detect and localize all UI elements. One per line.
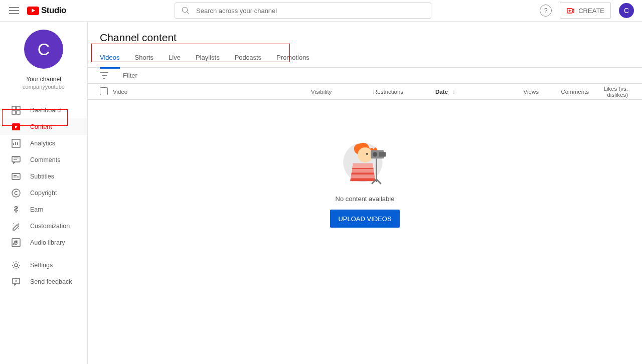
sidebar-item-label: Earn xyxy=(30,206,43,213)
svg-point-15 xyxy=(15,264,18,267)
sidebar-item-dashboard[interactable]: Dashboard xyxy=(0,102,87,118)
tab-shorts[interactable]: Shorts xyxy=(135,54,154,67)
content-tabs: VideosShortsLivePlaylistsPodcastsPromoti… xyxy=(88,44,642,68)
settings-icon xyxy=(11,260,21,270)
table-header: Video Visibility Restrictions Date ↓ Vie… xyxy=(88,84,642,100)
sidebar-item-label: Analytics xyxy=(30,140,55,147)
sidebar-item-comments[interactable]: Comments xyxy=(0,151,87,168)
tab-live[interactable]: Live xyxy=(169,54,181,67)
column-views[interactable]: Views xyxy=(509,89,539,95)
sidebar-item-content[interactable]: Content xyxy=(0,118,87,135)
tab-promotions[interactable]: Promotions xyxy=(276,54,309,67)
sidebar-item-analytics[interactable]: Analytics xyxy=(0,135,87,151)
filter-bar xyxy=(88,68,642,84)
sidebar-item-label: Customization xyxy=(30,223,70,230)
upload-videos-button[interactable]: UPLOAD VIDEOS xyxy=(330,210,399,228)
youtube-icon xyxy=(27,7,39,15)
sidebar-item-send-feedback[interactable]: Send feedback xyxy=(0,273,87,290)
sidebar-item-label: Comments xyxy=(30,156,60,163)
filter-input[interactable] xyxy=(123,72,207,79)
channel-avatar[interactable]: C xyxy=(24,30,63,69)
sidebar-item-subtitles[interactable]: Subtitles xyxy=(0,168,87,185)
svg-point-0 xyxy=(182,7,188,13)
help-icon[interactable]: ? xyxy=(540,5,552,17)
svg-point-12 xyxy=(18,228,19,229)
sidebar: C Your channel companyyoutube DashboardC… xyxy=(0,22,88,364)
filter-icon[interactable] xyxy=(100,72,109,79)
svg-rect-10 xyxy=(12,173,20,179)
audio-library-icon xyxy=(11,238,21,248)
earn-icon xyxy=(11,205,21,215)
channel-handle: companyyoutube xyxy=(23,84,65,90)
empty-state: No content available UPLOAD VIDEOS xyxy=(88,135,642,228)
logo-text: Studio xyxy=(41,6,66,16)
channel-profile: C Your channel companyyoutube xyxy=(0,22,87,96)
page-title: Channel content xyxy=(88,22,642,44)
svg-line-1 xyxy=(187,12,189,14)
copyright-icon xyxy=(11,188,21,198)
svg-rect-3 xyxy=(12,106,16,110)
svg-line-27 xyxy=(376,179,381,184)
svg-rect-22 xyxy=(372,152,377,156)
sidebar-item-label: Send feedback xyxy=(30,278,72,285)
comments-icon xyxy=(11,155,21,165)
svg-rect-6 xyxy=(17,111,20,114)
column-video[interactable]: Video xyxy=(113,89,311,95)
sidebar-item-earn[interactable]: Earn xyxy=(0,201,87,218)
app-header: Studio ? CREATE C xyxy=(0,0,642,22)
tab-podcasts[interactable]: Podcasts xyxy=(235,54,261,67)
send-feedback-icon xyxy=(11,277,21,287)
search-icon xyxy=(181,6,190,15)
sidebar-item-settings[interactable]: Settings xyxy=(0,257,87,273)
sort-desc-icon: ↓ xyxy=(452,89,455,95)
customization-icon xyxy=(11,221,21,231)
svg-rect-24 xyxy=(350,174,376,178)
analytics-icon xyxy=(11,138,21,148)
empty-message: No content available xyxy=(336,195,395,203)
dashboard-icon xyxy=(11,105,21,115)
column-visibility[interactable]: Visibility xyxy=(311,89,373,95)
main-content: Channel content VideosShortsLivePlaylist… xyxy=(88,22,642,364)
account-avatar[interactable]: C xyxy=(619,3,634,18)
tab-playlists[interactable]: Playlists xyxy=(196,54,220,67)
sidebar-item-label: Audio library xyxy=(30,239,65,246)
hamburger-menu-icon[interactable] xyxy=(8,5,20,17)
column-likes[interactable]: Likes (vs. dislikes) xyxy=(589,86,630,98)
sidebar-item-audio-library[interactable]: Audio library xyxy=(0,234,87,251)
svg-rect-23 xyxy=(351,169,376,172)
svg-point-13 xyxy=(13,223,14,224)
search-input[interactable] xyxy=(190,7,425,15)
search-box[interactable] xyxy=(175,3,431,19)
column-restrictions[interactable]: Restrictions xyxy=(373,89,435,95)
sidebar-item-label: Copyright xyxy=(30,190,57,197)
sidebar-item-customization[interactable]: Customization xyxy=(0,218,87,234)
svg-point-18 xyxy=(358,147,373,162)
column-comments[interactable]: Comments xyxy=(539,89,589,95)
select-all-checkbox[interactable] xyxy=(100,87,113,96)
sidebar-item-label: Subtitles xyxy=(30,173,54,180)
sidebar-item-label: Dashboard xyxy=(30,107,61,114)
sidebar-item-label: Settings xyxy=(30,262,53,269)
svg-rect-21 xyxy=(379,152,386,156)
youtube-studio-logo[interactable]: Studio xyxy=(27,6,66,16)
create-icon xyxy=(566,7,574,15)
content-icon xyxy=(11,122,21,132)
svg-rect-4 xyxy=(17,106,20,110)
sidebar-item-copyright[interactable]: Copyright xyxy=(0,185,87,201)
tab-videos[interactable]: Videos xyxy=(100,54,120,69)
column-date[interactable]: Date ↓ xyxy=(435,89,509,95)
your-channel-label: Your channel xyxy=(26,76,61,83)
create-label: CREATE xyxy=(578,7,604,15)
svg-rect-5 xyxy=(12,111,16,114)
sidebar-item-label: Content xyxy=(30,123,52,130)
empty-illustration-icon xyxy=(337,135,393,187)
svg-point-11 xyxy=(12,189,20,197)
subtitles-icon xyxy=(11,171,21,181)
create-button[interactable]: CREATE xyxy=(560,3,611,19)
svg-point-19 xyxy=(366,153,368,155)
